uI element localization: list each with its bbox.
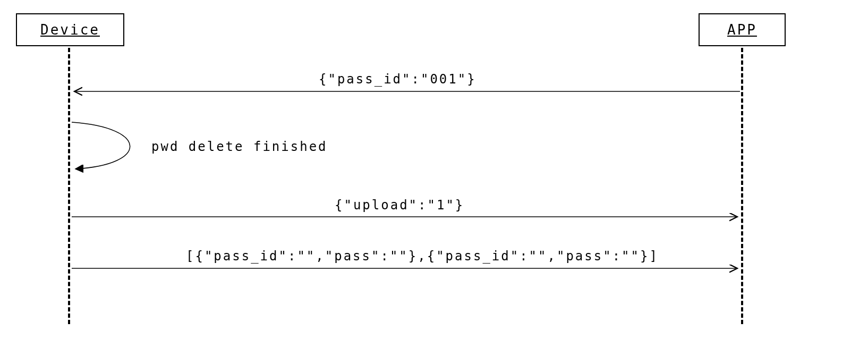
self-message-loop <box>72 122 130 169</box>
message-label-2: {"upload":"1"} <box>335 198 464 213</box>
arrows-layer <box>0 0 868 339</box>
self-message-label: pwd delete finished <box>151 139 328 154</box>
message-label-3: [{"pass_id":"","pass":""},{"pass_id":"",… <box>186 249 659 264</box>
message-label-1: {"pass_id":"001"} <box>319 72 476 87</box>
sequence-diagram: Device APP {"pass_id":"001"} pwd delete … <box>0 0 868 339</box>
